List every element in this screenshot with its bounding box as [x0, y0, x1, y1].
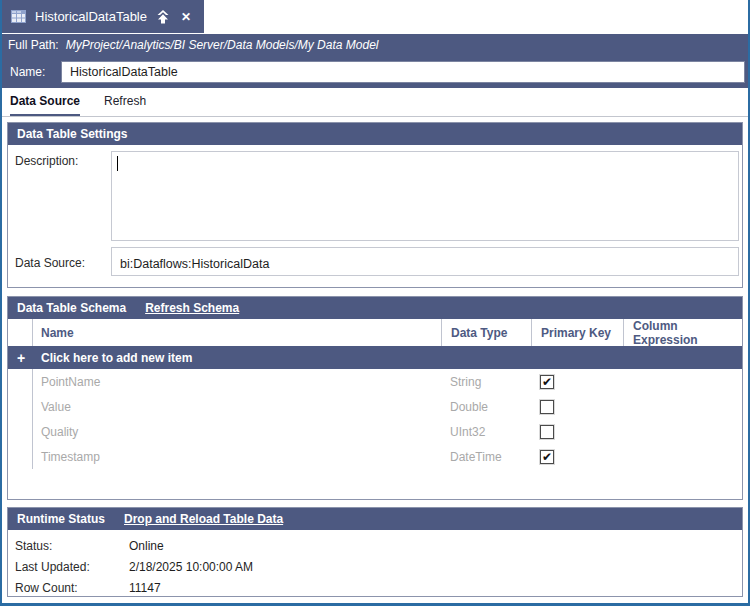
runtime-body: Status: Online Last Updated: 2/18/2025 1…	[8, 530, 742, 598]
schema-row-quality[interactable]: Quality UInt32	[8, 419, 742, 444]
row-selector	[8, 444, 33, 469]
tab-refresh[interactable]: Refresh	[104, 94, 146, 116]
editor-tab-strip: Data Source Refresh	[2, 88, 748, 117]
row-count-label: Row Count:	[15, 581, 129, 595]
cell-data-type: UInt32	[441, 419, 531, 444]
runtime-status-section: Runtime Status Drop and Reload Table Dat…	[7, 507, 743, 597]
table-grid-icon	[11, 10, 26, 23]
primary-key-checkbox[interactable]	[540, 375, 554, 389]
row-count-value: 11147	[129, 581, 161, 595]
data-table-editor-window: HistoricalDataTable ✕ Full Path: MyProje…	[0, 0, 750, 606]
drop-reload-link[interactable]: Drop and Reload Table Data	[124, 512, 283, 526]
name-bar: Name:	[2, 56, 748, 88]
description-row: Description:	[15, 151, 740, 241]
settings-title: Data Table Settings	[17, 127, 127, 141]
refresh-schema-link[interactable]: Refresh Schema	[145, 301, 239, 315]
full-path-bar: Full Path: MyProject/Analytics/BI Server…	[2, 34, 748, 56]
data-source-input[interactable]	[111, 247, 739, 276]
name-label: Name:	[10, 65, 61, 79]
add-new-item-label: Click here to add new item	[34, 351, 192, 365]
schema-row-value[interactable]: Value Double	[8, 394, 742, 419]
cell-data-type: String	[441, 369, 531, 394]
column-header-primary-key: Primary Key	[531, 319, 623, 346]
last-updated-label: Last Updated:	[15, 560, 129, 574]
settings-body: Description: Data Source:	[8, 145, 742, 276]
row-count-row: Row Count: 11147	[15, 577, 742, 598]
document-tab-bar: HistoricalDataTable ✕	[2, 0, 748, 33]
cell-column-expression	[623, 419, 742, 444]
cell-name: Quality	[33, 419, 441, 444]
cell-data-type: Double	[441, 394, 531, 419]
cell-name: PointName	[33, 369, 441, 394]
schema-column-headers: Name Data Type Primary Key Column Expres…	[8, 319, 742, 346]
data-source-label: Data Source:	[15, 247, 111, 276]
data-table-schema-section: Data Table Schema Refresh Schema Name Da…	[7, 296, 743, 500]
name-input[interactable]	[61, 61, 745, 83]
status-label: Status:	[15, 539, 129, 553]
last-updated-value: 2/18/2025 10:00:00 AM	[129, 560, 253, 574]
primary-key-cell	[531, 394, 623, 419]
cell-name: Value	[33, 394, 441, 419]
cell-column-expression	[623, 444, 742, 469]
schema-section-header: Data Table Schema Refresh Schema	[8, 297, 742, 319]
cell-name: Timestamp	[33, 444, 441, 469]
primary-key-cell	[531, 444, 623, 469]
tab-historical-data-table[interactable]: HistoricalDataTable ✕	[2, 0, 204, 33]
row-selector	[8, 394, 33, 419]
status-value: Online	[129, 539, 164, 553]
tab-data-source[interactable]: Data Source	[10, 94, 80, 116]
close-icon[interactable]: ✕	[181, 10, 191, 24]
last-updated-row: Last Updated: 2/18/2025 10:00:00 AM	[15, 556, 742, 577]
tab-title: HistoricalDataTable	[35, 9, 147, 24]
runtime-title: Runtime Status	[17, 512, 105, 526]
column-header-data-type: Data Type	[441, 319, 531, 346]
promote-up-icon[interactable]	[156, 10, 170, 24]
data-source-row: Data Source:	[15, 247, 740, 276]
cell-data-type: DateTime	[441, 444, 531, 469]
schema-row-pointname[interactable]: PointName String	[8, 369, 742, 394]
description-textarea[interactable]	[111, 151, 739, 241]
column-header-column-expression: Column Expression	[623, 319, 742, 346]
add-new-item-row[interactable]: + Click here to add new item	[8, 346, 742, 369]
row-selector-column-header	[8, 319, 33, 346]
primary-key-cell	[531, 419, 623, 444]
row-selector	[8, 419, 33, 444]
data-table-settings-section: Data Table Settings Description: Data So…	[7, 122, 743, 288]
schema-row-timestamp[interactable]: Timestamp DateTime	[8, 444, 742, 469]
primary-key-cell	[531, 369, 623, 394]
primary-key-checkbox[interactable]	[540, 450, 554, 464]
column-header-name: Name	[33, 319, 441, 346]
runtime-section-header: Runtime Status Drop and Reload Table Dat…	[8, 508, 742, 530]
settings-section-header: Data Table Settings	[8, 123, 742, 145]
schema-empty-area	[8, 469, 742, 499]
row-selector	[8, 369, 33, 394]
cell-column-expression	[623, 369, 742, 394]
status-row: Status: Online	[15, 535, 742, 556]
full-path-label: Full Path:	[8, 38, 59, 52]
full-path-value: MyProject/Analytics/BI Server/Data Model…	[66, 38, 379, 52]
primary-key-checkbox[interactable]	[540, 400, 554, 414]
description-label: Description:	[15, 151, 111, 241]
primary-key-checkbox[interactable]	[540, 425, 554, 439]
schema-title: Data Table Schema	[17, 301, 126, 315]
cell-column-expression	[623, 394, 742, 419]
text-caret	[117, 156, 118, 171]
plus-icon: +	[8, 350, 34, 366]
